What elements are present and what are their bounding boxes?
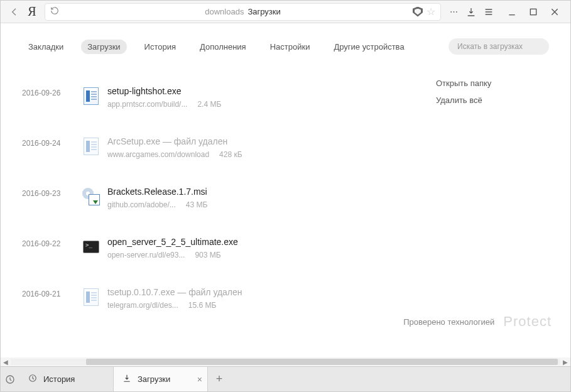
scrollbar-thumb[interactable]	[86, 359, 558, 365]
download-source: telegram.org/dl/des...	[107, 301, 178, 310]
recent-tabs-button[interactable]	[1, 367, 19, 391]
window-maximize-button[interactable]	[523, 3, 544, 21]
download-date: 2016-09-21	[22, 287, 81, 310]
downloads-list: 2016-09-26setup-lightshot.exeapp.prntscr…	[22, 72, 436, 324]
yandex-logo[interactable]: Я	[23, 3, 41, 21]
tab-history[interactable]: История	[19, 367, 114, 391]
window-close-button[interactable]	[544, 3, 565, 21]
downloads-side-actions: Открыть папку Удалить всё	[436, 72, 549, 324]
more-menu-button[interactable]: ⋯	[445, 3, 462, 21]
tab-label: Загрузки	[138, 374, 170, 384]
download-source: github.com/adobe/...	[107, 200, 176, 209]
shield-icon[interactable]	[413, 7, 423, 17]
download-row[interactable]: 2016-09-26setup-lightshot.exeapp.prntscr…	[22, 72, 436, 122]
download-icon	[122, 374, 131, 384]
scroll-right-icon[interactable]: ▶	[560, 359, 570, 366]
download-filename: open_server_5_2_5_ultimate.exe	[107, 237, 436, 247]
download-size: 903 МБ	[195, 251, 220, 259]
tab-download[interactable]: Загрузки×	[114, 367, 208, 391]
download-date: 2016-09-24	[22, 136, 81, 159]
open-folder-link[interactable]: Открыть папку	[436, 79, 549, 88]
delete-all-link[interactable]: Удалить всё	[436, 95, 549, 105]
download-row[interactable]: 2016-09-24ArcSetup.exe — файл удаленwww.…	[22, 122, 436, 173]
doc-faded-icon	[81, 136, 101, 156]
status-text: Проверено технологией	[403, 317, 494, 327]
download-source: app.prntscr.com/build/...	[107, 100, 187, 109]
installer-icon	[81, 187, 101, 207]
download-size: 428 кБ	[219, 150, 242, 159]
history-icon	[28, 374, 37, 384]
download-size: 2.4 МБ	[197, 100, 221, 109]
download-size: 15.6 МБ	[188, 301, 217, 310]
nav-tab-4[interactable]: Настройки	[264, 40, 317, 54]
download-size: 43 МБ	[186, 200, 208, 209]
download-row[interactable]: 2016-09-22open_server_5_2_5_ultimate.exe…	[22, 223, 436, 273]
download-date: 2016-09-23	[22, 187, 81, 209]
nav-tab-5[interactable]: Другие устройства	[327, 40, 410, 54]
download-filename: tsetup.0.10.7.exe — файл удален	[107, 287, 436, 297]
download-source: www.arcgames.com/download	[107, 150, 209, 159]
nav-row: ЗакладкиЗагрузкиИсторияДополненияНастрой…	[1, 23, 570, 66]
svg-rect-0	[530, 9, 536, 14]
nav-tab-3[interactable]: Дополнения	[193, 40, 253, 54]
doc-icon	[81, 86, 101, 106]
new-tab-button[interactable]: +	[208, 367, 231, 391]
download-row[interactable]: 2016-09-23Brackets.Release.1.7.msigithub…	[22, 173, 436, 223]
search-input[interactable]: Искать в загрузках	[449, 38, 549, 55]
back-button[interactable]	[6, 3, 23, 21]
download-source: open-server.ru/dl/e93...	[107, 251, 185, 259]
reload-icon[interactable]	[50, 6, 59, 17]
bookmark-star-icon[interactable]: ☆	[427, 6, 435, 18]
nav-tab-1[interactable]: Загрузки	[81, 40, 126, 54]
download-filename: setup-lightshot.exe	[107, 86, 436, 96]
address-protocol: downloads	[205, 7, 244, 16]
horizontal-scrollbar[interactable]: ◀ ▶	[1, 357, 570, 366]
scroll-left-icon[interactable]: ◀	[1, 359, 11, 366]
address-bar[interactable]: downloads Загрузки ☆	[45, 3, 441, 21]
address-title: Загрузки	[247, 7, 280, 16]
page-content: ЗакладкиЗагрузкиИсторияДополненияНастрой…	[1, 23, 570, 366]
nav-tab-0[interactable]: Закладки	[22, 40, 70, 54]
search-placeholder: Искать в загрузках	[457, 42, 523, 51]
browser-toolbar: Я downloads Загрузки ☆ ⋯	[1, 1, 570, 23]
downloads-button[interactable]	[462, 3, 480, 21]
download-date: 2016-09-26	[22, 86, 81, 109]
tab-label: История	[43, 374, 75, 384]
main-menu-button[interactable]	[480, 3, 498, 21]
download-filename: ArcSetup.exe — файл удален	[107, 136, 436, 146]
nav-tab-2[interactable]: История	[138, 40, 182, 54]
tab-strip: ИсторияЗагрузки× +	[1, 366, 570, 391]
doc-faded-icon	[81, 287, 101, 307]
status-bar: Проверено технологией Protect	[1, 311, 563, 332]
terminal-icon	[81, 237, 101, 257]
download-date: 2016-09-22	[22, 237, 81, 259]
protect-brand: Protect	[503, 313, 552, 330]
close-icon[interactable]: ×	[197, 374, 202, 384]
download-filename: Brackets.Release.1.7.msi	[107, 187, 436, 197]
window-minimize-button[interactable]	[501, 3, 523, 21]
